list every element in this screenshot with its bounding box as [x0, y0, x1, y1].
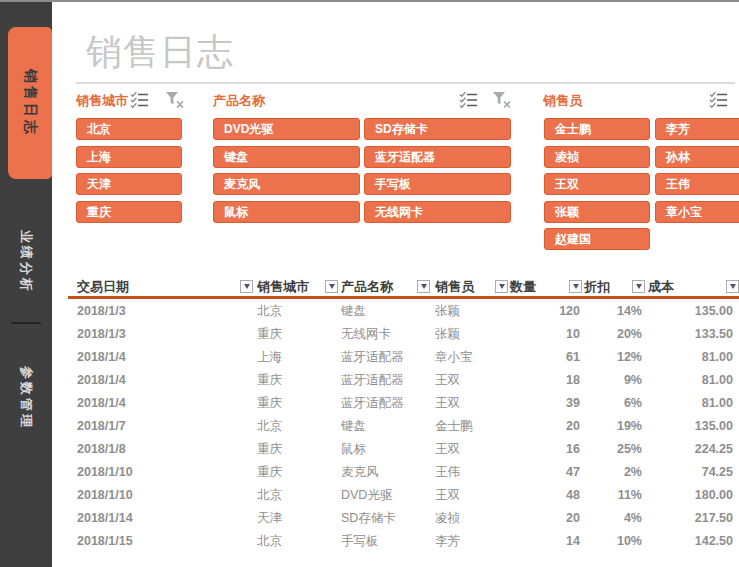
cell-date: 2018/1/7 [68, 415, 253, 438]
cell-salesperson: 王伟 [430, 461, 508, 484]
cell-cost: 133.50 [645, 323, 739, 346]
cell-city: 北京 [253, 415, 338, 438]
table-header-rule [68, 296, 739, 299]
slicer-item-product[interactable]: 键盘 [213, 146, 360, 168]
cell-discount: 12% [582, 346, 645, 369]
slicer-item-product[interactable]: DVD光驱 [213, 118, 360, 140]
slicer-item-city[interactable]: 上海 [76, 146, 182, 168]
cell-city: 天津 [253, 507, 338, 530]
cell-salesperson: 章小宝 [430, 346, 508, 369]
table-header: 交易日期 销售城市 产品名称 销售员 数量 折扣 成本 [68, 277, 739, 296]
cell-quantity: 48 [508, 484, 582, 507]
slicer-item-product[interactable]: 麦克风 [213, 173, 360, 195]
slicer-item-product[interactable]: 无线网卡 [364, 201, 511, 223]
column-label: 交易日期 [68, 278, 129, 296]
slicer-item-product[interactable]: 蓝牙适配器 [364, 146, 511, 168]
slicer-item-product[interactable]: 手写板 [364, 173, 511, 195]
cell-salesperson: 张颖 [430, 300, 508, 323]
filter-dropdown-button[interactable] [726, 280, 739, 293]
column-header-salesperson: 销售员 [430, 277, 508, 296]
multiselect-icon[interactable] [130, 91, 150, 109]
slicer-header-city: 销售城市 [76, 92, 128, 110]
cell-salesperson: 王双 [430, 438, 508, 461]
sidebar-tab-sales-log[interactable]: 销售日志 [8, 27, 52, 179]
slicer-item-salesperson[interactable]: 李芳 [655, 118, 739, 140]
clear-filter-icon[interactable] [165, 91, 185, 109]
slicer-item-salesperson[interactable]: 金士鹏 [544, 118, 650, 140]
cell-discount: 25% [582, 438, 645, 461]
slicer-item-salesperson[interactable]: 王双 [544, 173, 650, 195]
top-border [0, 0, 739, 2]
cell-date: 2018/1/3 [68, 323, 253, 346]
table-row: 2018/1/14 天津 SD存储卡 凌祯 20 4% 217.50 [68, 507, 739, 530]
sidebar-tab-performance-analysis[interactable]: 业绩分析 [0, 214, 52, 310]
cell-product: 鼠标 [338, 438, 430, 461]
slicer-item-salesperson[interactable]: 章小宝 [655, 201, 739, 223]
table-row: 2018/1/15 北京 手写板 李芳 14 10% 142.50 [68, 530, 739, 553]
cell-discount: 9% [582, 369, 645, 392]
slicer-item-product[interactable]: SD存储卡 [364, 118, 511, 140]
cell-product: 键盘 [338, 415, 430, 438]
slicer-item-city[interactable]: 天津 [76, 173, 182, 195]
cell-salesperson: 王双 [430, 369, 508, 392]
cell-cost: 135.00 [645, 300, 739, 323]
cell-date: 2018/1/8 [68, 438, 253, 461]
cell-city: 北京 [253, 484, 338, 507]
slicer-item-city[interactable]: 北京 [76, 118, 182, 140]
cell-product: DVD光驱 [338, 484, 430, 507]
filter-dropdown-button[interactable] [417, 280, 430, 293]
cell-product: 麦克风 [338, 461, 430, 484]
cell-salesperson: 金士鹏 [430, 415, 508, 438]
filter-dropdown-button[interactable] [240, 280, 253, 293]
cell-quantity: 120 [508, 300, 582, 323]
multiselect-icon[interactable] [709, 91, 729, 109]
column-header-product: 产品名称 [338, 277, 430, 296]
sales-log-dashboard: 销售日志 业绩分析 参数管理 销售日志 销售城市 产品名称 销售员 [0, 0, 739, 567]
filter-dropdown-button[interactable] [569, 280, 582, 293]
slicer-item-product[interactable]: 鼠标 [213, 201, 360, 223]
sidebar-tab-label: 销售日志 [21, 69, 39, 137]
column-header-quantity: 数量 [508, 277, 582, 296]
cell-date: 2018/1/3 [68, 300, 253, 323]
cell-cost: 81.00 [645, 392, 739, 415]
table-row: 2018/1/4 重庆 蓝牙适配器 王双 39 6% 81.00 [68, 392, 739, 415]
filter-dropdown-button[interactable] [495, 280, 508, 293]
slicer-item-salesperson[interactable]: 凌祯 [544, 146, 650, 168]
slicer-item-salesperson[interactable]: 王伟 [655, 173, 739, 195]
sidebar-tab-parameter-management[interactable]: 参数管理 [0, 350, 52, 446]
slicer-item-salesperson[interactable]: 张颖 [544, 201, 650, 223]
cell-date: 2018/1/10 [68, 484, 253, 507]
multiselect-icon[interactable] [459, 91, 479, 109]
slicer-product: DVD光驱SD存储卡键盘蓝牙适配器麦克风手写板鼠标无线网卡 [213, 118, 511, 223]
cell-salesperson: 李芳 [430, 530, 508, 553]
cell-quantity: 16 [508, 438, 582, 461]
table-body: 2018/1/3 北京 键盘 张颖 120 14% 135.00 2018/1/… [68, 300, 739, 553]
filter-dropdown-button[interactable] [325, 280, 338, 293]
cell-quantity: 47 [508, 461, 582, 484]
table-row: 2018/1/3 重庆 无线网卡 张颖 10 20% 133.50 [68, 323, 739, 346]
cell-date: 2018/1/15 [68, 530, 253, 553]
cell-discount: 4% [582, 507, 645, 530]
cell-cost: 142.50 [645, 530, 739, 553]
cell-discount: 6% [582, 392, 645, 415]
cell-product: 蓝牙适配器 [338, 369, 430, 392]
clear-filter-icon[interactable] [492, 91, 512, 109]
column-label: 折扣 [582, 278, 610, 296]
slicer-item-salesperson[interactable]: 赵建国 [544, 228, 650, 250]
filter-dropdown-button[interactable] [632, 280, 645, 293]
cell-cost: 224.25 [645, 438, 739, 461]
cell-cost: 81.00 [645, 346, 739, 369]
slicer-salesperson: 金士鹏李芳凌祯孙林王双王伟张颖章小宝赵建国 [544, 118, 739, 250]
cell-product: 蓝牙适配器 [338, 392, 430, 415]
slicer-header-salesperson: 销售员 [543, 92, 582, 110]
cell-product: 蓝牙适配器 [338, 346, 430, 369]
cell-cost: 135.00 [645, 415, 739, 438]
cell-quantity: 18 [508, 369, 582, 392]
column-header-cost: 成本 [645, 277, 739, 296]
cell-city: 重庆 [253, 369, 338, 392]
slicer-item-city[interactable]: 重庆 [76, 201, 182, 223]
column-header-date: 交易日期 [68, 277, 253, 296]
cell-cost: 81.00 [645, 369, 739, 392]
cell-quantity: 10 [508, 323, 582, 346]
slicer-item-salesperson[interactable]: 孙林 [655, 146, 739, 168]
